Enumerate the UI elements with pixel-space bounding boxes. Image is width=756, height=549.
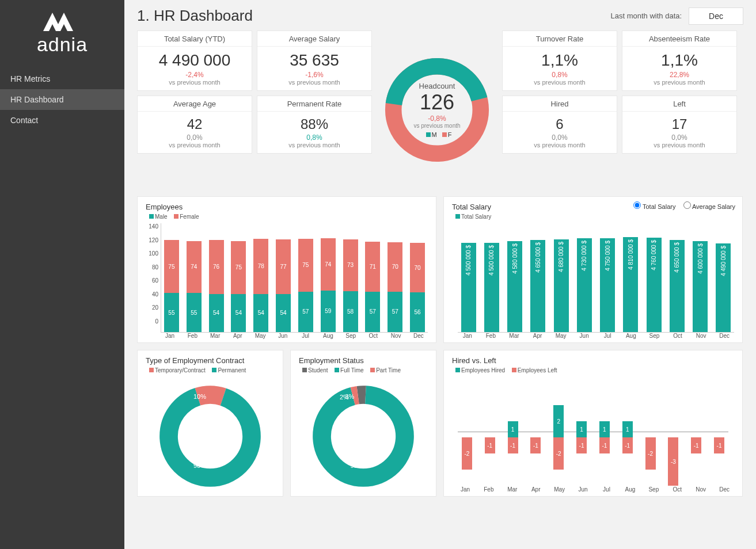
kpi-grid: Total Salary (YTD) 4 490 000 -2,4% vs pr…: [137, 30, 743, 189]
salary-chart: Total Salary Total Salary Average Salary…: [443, 196, 743, 343]
sidebar-item-hr-metrics[interactable]: HR Metrics: [0, 68, 124, 89]
svg-point-7: [322, 395, 405, 478]
kpi-turnover: Turnover Rate 1,1% 0,8% vs previous mont…: [502, 30, 617, 91]
sidebar: adnia HR MetricsHR DashboardContact: [0, 0, 124, 549]
headcount-donut: Headcount 126 -0,8% vs previous month M …: [377, 30, 497, 189]
kpi-left: Left 17 0,0% vs previous month: [622, 96, 737, 154]
page-title: 1. HR Dashboard: [137, 7, 253, 25]
brand-text: adnia: [0, 33, 124, 56]
kpi-absent: Absenteeism Rate 1,1% 22,8% vs previous …: [622, 30, 737, 91]
svg-point-4: [169, 395, 252, 478]
status-chart: Employment Status Student Full Time Part…: [290, 350, 436, 497]
logo-icon: [42, 10, 82, 32]
header: 1. HR Dashboard Last month with data: De…: [137, 7, 743, 25]
kpi-avg-age: Average Age 42 0,0% vs previous month: [137, 96, 252, 154]
main: 1. HR Dashboard Last month with data: De…: [124, 0, 756, 549]
last-month-label: Last month with data:: [611, 12, 682, 20]
contract-chart: Type of Employment Contract Temporary/Co…: [137, 350, 283, 497]
kpi-hired: Hired 6 0,0% vs previous month: [502, 96, 617, 154]
employees-chart: Employees Male Female 140120100806040200…: [137, 196, 436, 343]
salary-toggle[interactable]: Total Salary Average Salary: [628, 201, 735, 210]
logo: adnia: [0, 0, 124, 68]
month-select[interactable]: Dec: [689, 7, 743, 25]
kpi-avg-salary: Average Salary 35 635 -1,6% vs previous …: [257, 30, 372, 91]
hired-left-chart: Hired vs. Left Employees Hired Employees…: [443, 350, 743, 497]
kpi-total-salary: Total Salary (YTD) 4 490 000 -2,4% vs pr…: [137, 30, 252, 91]
sidebar-item-hr-dashboard[interactable]: HR Dashboard: [0, 89, 124, 110]
nav: HR MetricsHR DashboardContact: [0, 68, 124, 131]
sidebar-item-contact[interactable]: Contact: [0, 110, 124, 131]
kpi-perm-rate: Permanent Rate 88% 0,8% vs previous mont…: [257, 96, 372, 154]
